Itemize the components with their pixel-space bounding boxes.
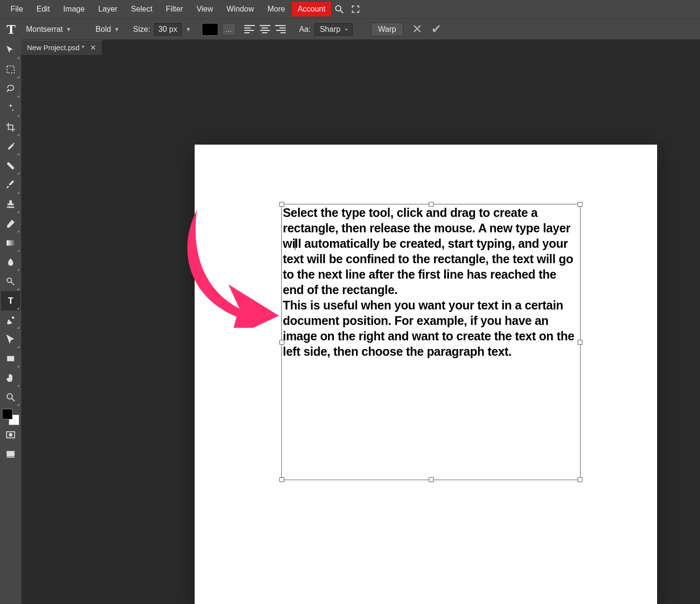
menu-edit[interactable]: Edit	[30, 2, 57, 16]
resize-handle-ml[interactable]	[279, 340, 284, 345]
text-color-swatch[interactable]	[202, 23, 218, 36]
svg-line-10	[12, 399, 15, 402]
menu-view[interactable]: View	[190, 2, 220, 16]
svg-text:T: T	[8, 295, 13, 306]
align-group	[243, 24, 287, 35]
svg-rect-4	[7, 241, 15, 246]
brush-tool[interactable]	[1, 175, 20, 195]
menu-account[interactable]: Account	[292, 2, 331, 16]
chevron-down-icon: ▼	[114, 26, 119, 33]
menu-bar: File Edit Image Layer Select Filter View…	[0, 0, 700, 18]
pen-tool[interactable]	[1, 310, 20, 330]
align-center-button[interactable]	[259, 24, 271, 35]
chevron-down-icon[interactable]: ▼	[185, 26, 191, 33]
svg-rect-8	[7, 356, 14, 362]
fullscreen-icon[interactable]	[347, 2, 364, 16]
workspace[interactable]: Select the type tool, click and drag to …	[21, 55, 700, 604]
quick-mask-toggle[interactable]	[1, 425, 20, 444]
svg-line-6	[11, 282, 14, 285]
resize-handle-bm[interactable]	[429, 477, 434, 482]
resize-handle-tl[interactable]	[279, 202, 284, 207]
menu-more[interactable]: More	[261, 2, 291, 16]
type-tool[interactable]: T	[1, 291, 20, 310]
zoom-tool[interactable]	[1, 388, 20, 407]
eyedropper-tool[interactable]	[1, 137, 20, 156]
chevron-down-icon: ▼	[66, 26, 71, 33]
svg-rect-3	[7, 162, 15, 170]
menu-select[interactable]: Select	[124, 2, 159, 16]
svg-point-0	[336, 6, 341, 11]
menu-file[interactable]: File	[4, 2, 30, 16]
document-tabs: New Project.psd * ✕	[21, 40, 103, 55]
svg-line-1	[341, 11, 343, 13]
align-left-button[interactable]	[243, 24, 256, 35]
crop-tool[interactable]	[1, 118, 20, 137]
svg-point-5	[7, 278, 12, 282]
resize-handle-tm[interactable]	[429, 202, 434, 207]
tool-palette: T	[0, 40, 21, 604]
cancel-icon[interactable]: ✕	[412, 22, 423, 37]
antialias-dropdown[interactable]: Sharp	[315, 23, 353, 36]
marquee-tool[interactable]	[1, 60, 20, 79]
document-tab-title: New Project.psd *	[27, 43, 84, 52]
wand-tool[interactable]	[1, 98, 20, 118]
resize-handle-bl[interactable]	[279, 477, 284, 482]
menu-filter[interactable]: Filter	[159, 2, 190, 16]
type-tool-indicator-icon: T	[3, 22, 19, 37]
svg-rect-2	[7, 66, 14, 73]
path-select-tool[interactable]	[1, 330, 20, 349]
resize-handle-br[interactable]	[578, 477, 582, 482]
font-family-value: Montserrat	[26, 25, 63, 34]
stamp-tool[interactable]	[1, 195, 20, 214]
hand-tool[interactable]	[1, 368, 20, 388]
text-bounding-box[interactable]: Select the type tool, click and drag to …	[281, 204, 581, 480]
canvas[interactable]: Select the type tool, click and drag to …	[195, 145, 657, 604]
svg-rect-14	[7, 457, 15, 458]
svg-point-9	[7, 394, 13, 399]
options-bar: T Montserrat▼ Bold▼ Size: 30 px ▼ ... Aa…	[0, 18, 700, 40]
menu-window[interactable]: Window	[220, 2, 261, 16]
color-swatches[interactable]	[2, 409, 19, 425]
align-right-button[interactable]	[274, 24, 287, 35]
menu-image[interactable]: Image	[56, 2, 91, 16]
menu-layer[interactable]: Layer	[92, 2, 124, 16]
text-span: ll automatically be created, start typin…	[283, 237, 573, 296]
more-options-button[interactable]: ...	[222, 23, 236, 36]
blur-tool[interactable]	[1, 253, 20, 272]
svg-rect-13	[7, 451, 15, 456]
antialias-label: Aa:	[299, 25, 311, 34]
gradient-tool[interactable]	[1, 233, 20, 253]
healing-tool[interactable]	[1, 156, 20, 175]
text-span: This is useful when you want your text i…	[283, 298, 574, 358]
size-label: Size:	[133, 25, 150, 34]
warp-button[interactable]: Warp	[371, 23, 404, 36]
commit-icon[interactable]: ✔	[431, 22, 442, 37]
shape-tool[interactable]	[1, 349, 20, 368]
font-weight-value: Bold	[95, 25, 111, 34]
font-weight-dropdown[interactable]: Bold▼	[92, 23, 122, 36]
eraser-tool[interactable]	[1, 214, 20, 233]
font-family-dropdown[interactable]: Montserrat▼	[23, 23, 74, 36]
annotation-arrow-icon	[183, 207, 284, 328]
resize-handle-mr[interactable]	[578, 340, 582, 345]
screen-mode-toggle[interactable]	[1, 444, 20, 464]
close-tab-icon[interactable]: ✕	[90, 43, 96, 52]
resize-handle-tr[interactable]	[578, 202, 582, 207]
document-tab[interactable]: New Project.psd * ✕	[21, 40, 103, 55]
font-size-input[interactable]: 30 px	[154, 23, 182, 36]
foreground-color-swatch[interactable]	[2, 409, 13, 419]
paragraph-text-content[interactable]: Select the type tool, click and drag to …	[282, 204, 580, 360]
lasso-tool[interactable]	[1, 79, 20, 98]
search-icon[interactable]	[331, 2, 347, 16]
move-tool[interactable]	[1, 40, 20, 60]
svg-point-12	[9, 433, 12, 436]
dodge-tool[interactable]	[1, 272, 20, 291]
